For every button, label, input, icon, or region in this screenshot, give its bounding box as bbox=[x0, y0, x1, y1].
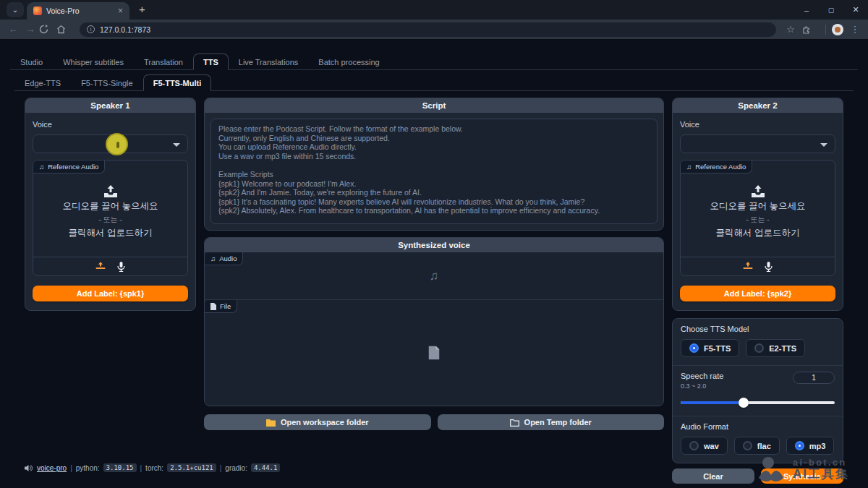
toolbar-right: ☆ ⋮ bbox=[782, 24, 864, 35]
open-temp-folder-button[interactable]: Open Temp folder bbox=[438, 414, 665, 430]
dropzone-line1: 오디오를 끌어 놓으세요 bbox=[710, 200, 806, 213]
profile-avatar[interactable] bbox=[832, 24, 843, 35]
url-text: 127.0.0.1:7873 bbox=[100, 25, 150, 34]
new-tab-button[interactable]: + bbox=[139, 3, 145, 15]
minimize-icon[interactable]: – bbox=[794, 6, 819, 14]
tts-settings-panel: Choose TTS Model F5-TTS E2-TTS bbox=[672, 318, 843, 463]
reload-icon[interactable] bbox=[39, 25, 56, 34]
music-note-icon: ♫ bbox=[210, 254, 216, 262]
audio-label-tab: ♫ Audio bbox=[205, 252, 243, 265]
menu-kebab-icon[interactable]: ⋮ bbox=[846, 24, 864, 35]
click-highlight-cursor bbox=[106, 133, 128, 155]
back-icon[interactable]: ← bbox=[4, 24, 22, 35]
main-tab-bar: Studio Whisper subtitles Translation TTS… bbox=[10, 53, 858, 70]
speaker-icon bbox=[25, 464, 33, 472]
torch-version-badge: 2.5.1+cu121 bbox=[167, 463, 216, 472]
dropzone-line2: - 또는 - bbox=[98, 215, 122, 225]
voice-pro-app: Studio Whisper subtitles Translation TTS… bbox=[0, 40, 868, 488]
forward-icon[interactable]: → bbox=[22, 24, 39, 35]
gradio-version-badge: 4.44.1 bbox=[251, 463, 281, 472]
music-note-icon: ♫ bbox=[39, 163, 44, 171]
extensions-icon[interactable] bbox=[802, 25, 820, 34]
add-label-spk1-button[interactable]: Add Label: {spk1} bbox=[33, 286, 188, 301]
file-icon bbox=[210, 303, 216, 310]
dropzone-line3: 클릭해서 업로드하기 bbox=[716, 227, 800, 239]
choose-tts-model-label: Choose TTS Model bbox=[681, 325, 835, 333]
tab-edge-tts[interactable]: Edge-TTS bbox=[14, 74, 71, 91]
tab-whisper-subtitles[interactable]: Whisper subtitles bbox=[53, 53, 134, 70]
speaker2-reference-audio-dropzone[interactable]: ♫ Reference Audio 오디오를 끌어 놓으세요 - 또는 - 클릭… bbox=[680, 160, 835, 276]
file-icon bbox=[429, 346, 440, 360]
radio-unselected-icon bbox=[754, 343, 764, 353]
close-window-icon[interactable]: ✕ bbox=[843, 5, 868, 14]
bookmark-star-icon[interactable]: ☆ bbox=[782, 24, 799, 35]
dropzone-line2: - 또는 - bbox=[746, 215, 769, 225]
voice-pro-link[interactable]: voice-pro bbox=[37, 464, 67, 472]
synthesized-audio-area[interactable]: ♫ Audio ♫ bbox=[205, 252, 663, 300]
torch-label: torch: bbox=[145, 464, 163, 472]
speaker2-panel: Speaker 2 Voice ♫ Reference Audio 오디오를 bbox=[672, 98, 843, 311]
window-controls: – ▢ ✕ bbox=[794, 0, 868, 20]
script-column: Script Please enter the Podcast Script. … bbox=[204, 98, 664, 484]
speaker1-voice-label: Voice bbox=[33, 120, 188, 129]
radio-wav[interactable]: wav bbox=[681, 437, 728, 455]
upload-icon bbox=[751, 185, 765, 198]
tab-live-translations[interactable]: Live Translations bbox=[229, 53, 309, 70]
address-bar[interactable]: i 127.0.0.1:7873 bbox=[80, 22, 776, 37]
upload-source-icon[interactable] bbox=[95, 262, 106, 271]
speaker1-voice-dropdown[interactable] bbox=[33, 134, 188, 153]
microphone-icon[interactable] bbox=[765, 262, 773, 272]
site-info-icon[interactable]: i bbox=[87, 25, 95, 33]
music-note-icon: ♫ bbox=[686, 163, 692, 171]
radio-mp3[interactable]: mp3 bbox=[786, 437, 835, 455]
speech-rate-slider[interactable] bbox=[681, 398, 835, 408]
speaker2-reference-audio-tab: ♫ Reference Audio bbox=[681, 160, 752, 174]
microphone-icon[interactable] bbox=[117, 262, 125, 272]
synthesized-file-area[interactable]: File bbox=[205, 300, 663, 406]
watermark-domain: ai-bot.cn bbox=[793, 458, 849, 468]
radio-f5-tts[interactable]: F5-TTS bbox=[681, 339, 739, 357]
script-title: Script bbox=[205, 98, 663, 113]
speech-rate-section: Speech rate 0.3 ~ 2.0 1 bbox=[673, 366, 843, 416]
python-label: python: bbox=[76, 464, 100, 472]
radio-e2-tts[interactable]: E2-TTS bbox=[746, 339, 805, 357]
model-section: Choose TTS Model F5-TTS E2-TTS bbox=[673, 319, 843, 366]
speaker1-column: Speaker 1 Voice ♫ Reference Audio bbox=[25, 98, 196, 484]
tab-f5-tts-multi[interactable]: F5-TTS-Multi bbox=[143, 74, 212, 91]
tts-multi-content: Speaker 1 Voice ♫ Reference Audio bbox=[0, 91, 868, 484]
dropzone-line1: 오디오를 끌어 놓으세요 bbox=[63, 200, 158, 213]
tab-tts[interactable]: TTS bbox=[193, 53, 229, 70]
synthesized-voice-panel: Synthesized voice ♫ Audio ♫ File bbox=[204, 237, 664, 406]
radio-flac[interactable]: flac bbox=[734, 437, 780, 455]
add-label-spk2-button[interactable]: Add Label: {spk2} bbox=[680, 286, 835, 301]
maximize-icon[interactable]: ▢ bbox=[819, 7, 843, 14]
upload-icon bbox=[103, 185, 118, 198]
tab-batch-processing[interactable]: Batch processing bbox=[308, 53, 389, 70]
status-footer: voice-pro | python: 3.10.15 | torch: 2.5… bbox=[25, 463, 280, 472]
browser-toolbar: ← → i 127.0.0.1:7873 ☆ ⋮ bbox=[0, 20, 868, 40]
speaker2-voice-dropdown[interactable] bbox=[680, 134, 835, 153]
gradio-label: gradio: bbox=[225, 464, 247, 472]
speech-rate-input[interactable]: 1 bbox=[793, 372, 835, 384]
music-note-icon: ♫ bbox=[430, 269, 439, 283]
slider-fill bbox=[681, 401, 744, 404]
radio-selected-icon bbox=[795, 441, 804, 450]
script-textarea[interactable]: Please enter the Podcast Script. Follow … bbox=[210, 119, 658, 224]
tab-f5-tts-single[interactable]: F5-TTS-Single bbox=[71, 74, 143, 91]
slider-handle[interactable] bbox=[739, 398, 749, 408]
tab-translation[interactable]: Translation bbox=[134, 53, 193, 70]
home-icon[interactable] bbox=[56, 25, 74, 34]
tab-search-button[interactable]: ⌄ bbox=[7, 2, 24, 17]
clear-button[interactable]: Clear bbox=[672, 468, 754, 484]
close-tab-icon[interactable]: × bbox=[118, 7, 123, 15]
chevron-down-icon bbox=[173, 143, 180, 147]
open-workspace-folder-button[interactable]: Open workspace folder bbox=[204, 414, 431, 430]
watermark-title: AI工具集 bbox=[793, 468, 849, 481]
dropzone-line3: 클릭해서 업로드하기 bbox=[69, 227, 153, 239]
ai-bot-logo-icon bbox=[756, 456, 786, 482]
upload-source-icon[interactable] bbox=[743, 262, 753, 271]
speaker1-reference-audio-dropzone[interactable]: ♫ Reference Audio 오디오를 끌어 놓으세요 - 또는 - 클릭… bbox=[33, 160, 188, 276]
browser-tab[interactable]: Voice-Pro × bbox=[27, 2, 129, 20]
tab-studio[interactable]: Studio bbox=[10, 53, 53, 70]
speaker2-voice-label: Voice bbox=[680, 120, 835, 129]
